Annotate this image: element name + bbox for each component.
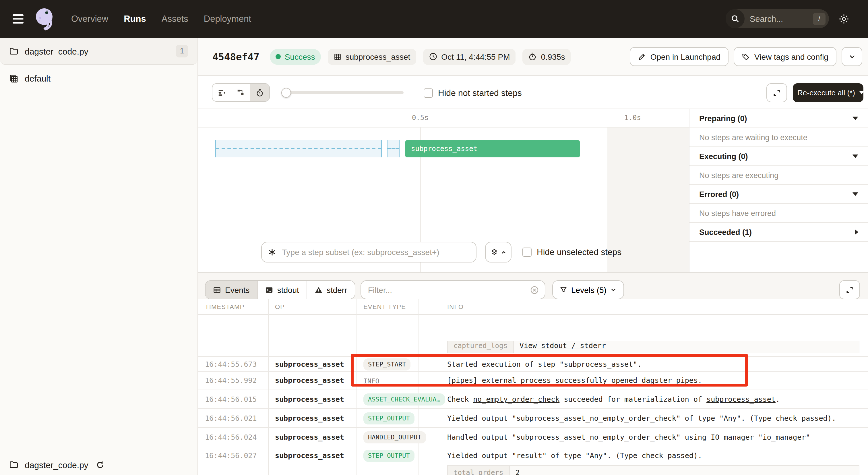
metadata-key: total_orders <box>448 466 509 475</box>
gridline-1-0s <box>632 127 633 272</box>
sidebar: dagster_code.py 1 default dagster_code.p… <box>0 38 198 475</box>
folder-icon <box>9 47 19 56</box>
nav-runs[interactable]: Runs <box>124 14 146 24</box>
log-filter-input[interactable] <box>367 285 530 295</box>
clear-filter-icon[interactable] <box>530 285 539 294</box>
expand-gantt-button[interactable] <box>766 83 787 102</box>
terminal-icon <box>265 286 273 294</box>
log-op: subprocess_asset <box>275 433 344 441</box>
tab-stderr[interactable]: stderr <box>307 281 355 299</box>
waiting-period-marker <box>387 140 400 157</box>
caret-down-icon <box>852 154 858 158</box>
job-count-badge: 1 <box>176 45 188 57</box>
view-tags-config-button[interactable]: View tags and config <box>734 47 836 66</box>
nav-overview[interactable]: Overview <box>71 14 108 24</box>
duration-tag: 0.935s <box>523 49 571 65</box>
checkbox-box <box>424 88 433 97</box>
log-table-header: TIMESTAMP OP EVENT TYPE INFO <box>198 299 868 315</box>
dagster-octopus-icon <box>32 6 59 32</box>
tab-events[interactable]: Events <box>206 281 258 299</box>
view-stdout-stderr-link[interactable]: View stdout / stderr <box>514 341 612 353</box>
run-actions: Open in Launchpad View tags and config <box>630 47 862 66</box>
section-errored[interactable]: Errored (0) <box>689 185 868 204</box>
axis-tick: 0.5s <box>412 114 429 122</box>
step-subset-field[interactable] <box>261 242 476 263</box>
gantt-view-toggle <box>212 83 270 102</box>
code-location-label: dagster_code.py <box>25 46 88 56</box>
gantt-bar-subprocess-asset[interactable]: subprocess_asset <box>405 140 580 157</box>
waiting-period-marker <box>215 140 382 157</box>
search-box[interactable]: / <box>725 9 829 28</box>
expand-logs-button[interactable] <box>839 280 860 299</box>
gear-icon[interactable] <box>838 13 849 25</box>
reload-icon[interactable] <box>96 461 104 469</box>
timed-view-button[interactable] <box>250 84 269 101</box>
hide-unselected-checkbox[interactable]: Hide unselected steps <box>522 247 621 257</box>
col-op: OP <box>275 303 285 310</box>
col-event-type: EVENT TYPE <box>363 303 406 310</box>
col-timestamp: TIMESTAMP <box>205 303 245 310</box>
caret-down-icon <box>852 192 858 196</box>
clock-icon <box>429 52 437 61</box>
log-filter-field[interactable] <box>361 280 546 299</box>
timer-icon <box>528 52 537 61</box>
checkbox-box <box>522 247 532 257</box>
tab-stdout[interactable]: stdout <box>258 281 307 299</box>
menu-icon[interactable] <box>12 14 24 24</box>
flat-view-button[interactable] <box>212 84 231 101</box>
search-input[interactable] <box>745 14 813 23</box>
event-type-label: INFO <box>363 377 379 385</box>
log-row-step-start: 16:44:55.673 subprocess_asset STEP_START… <box>198 357 868 372</box>
open-in-launchpad-button[interactable]: Open in Launchpad <box>630 47 728 66</box>
chevron-down-icon <box>848 53 856 60</box>
hide-not-started-checkbox[interactable]: Hide not started steps <box>424 88 522 98</box>
flat-list-icon <box>217 88 226 97</box>
zoom-slider-track[interactable] <box>285 91 404 94</box>
nav-deployment[interactable]: Deployment <box>204 14 251 24</box>
log-row-step-output: 16:44:56.021 subprocess_asset STEP_OUTPU… <box>198 409 868 428</box>
log-op: subprocess_asset <box>275 394 344 403</box>
event-type-badge: STEP_START <box>363 358 410 370</box>
sidebar-item-default[interactable]: default <box>0 65 197 92</box>
dagster-run-page: Overview Runs Assets Deployment / <box>0 0 868 475</box>
step-status-panel: Preparing (0) No steps are waiting to ex… <box>689 109 868 272</box>
caret-down-icon <box>860 91 863 94</box>
log-op: subprocess_asset <box>275 376 344 385</box>
graph-query-options-button[interactable] <box>485 242 512 263</box>
section-preparing[interactable]: Preparing (0) <box>689 109 868 128</box>
log-timestamp: 16:44:56.024 <box>205 433 257 441</box>
log-timestamp: 16:44:56.021 <box>205 414 257 422</box>
sidebar-item-label: default <box>25 73 51 83</box>
run-more-actions-button[interactable] <box>842 47 862 66</box>
re-execute-dropdown[interactable] <box>860 91 863 94</box>
event-type-badge: STEP_OUTPUT <box>363 412 414 424</box>
chevron-down-icon <box>611 287 617 293</box>
warning-icon <box>315 286 322 294</box>
levels-dropdown[interactable]: Levels (5) <box>552 280 624 299</box>
section-executing[interactable]: Executing (0) <box>689 147 868 166</box>
zoom-slider-knob[interactable] <box>281 88 291 98</box>
sidebar-code-location-header[interactable]: dagster_code.py 1 <box>0 38 197 65</box>
col-info: INFO <box>447 303 464 310</box>
metadata-table: captured_logs View stdout / stderr <box>447 341 859 353</box>
asset-check-link[interactable]: no_empty_order_check <box>473 394 559 403</box>
asset-link[interactable]: subprocess_asset <box>706 394 776 403</box>
re-execute-button[interactable]: Re-execute all (*) <box>793 83 863 102</box>
job-tag[interactable]: subprocess_asset <box>328 49 416 65</box>
dagster-logo[interactable] <box>32 6 59 32</box>
log-op: subprocess_asset <box>275 414 344 422</box>
nav-assets[interactable]: Assets <box>162 14 188 24</box>
log-row-info: 16:44:55.992 subprocess_asset INFO [pipe… <box>198 372 868 389</box>
layers-icon <box>490 248 498 256</box>
event-type-badge: ASSET_CHECK_EVALUA… <box>363 393 445 405</box>
log-info: Yielded output "subprocess_asset_no_empt… <box>447 414 836 422</box>
step-subset-input[interactable] <box>281 247 470 257</box>
job-icon <box>9 74 19 83</box>
start-time-tag: Oct 11, 4:44:55 PM <box>423 49 516 65</box>
metadata-key: captured_logs <box>448 341 514 353</box>
waterfall-view-button[interactable] <box>231 84 250 101</box>
log-timestamp: 16:44:56.027 <box>205 451 257 460</box>
log-view-tabs: Events stdout stderr <box>205 280 355 299</box>
section-succeeded[interactable]: Succeeded (1) <box>689 223 868 242</box>
log-row-step-output-result: 16:44:56.027 subprocess_asset STEP_OUTPU… <box>198 446 868 475</box>
